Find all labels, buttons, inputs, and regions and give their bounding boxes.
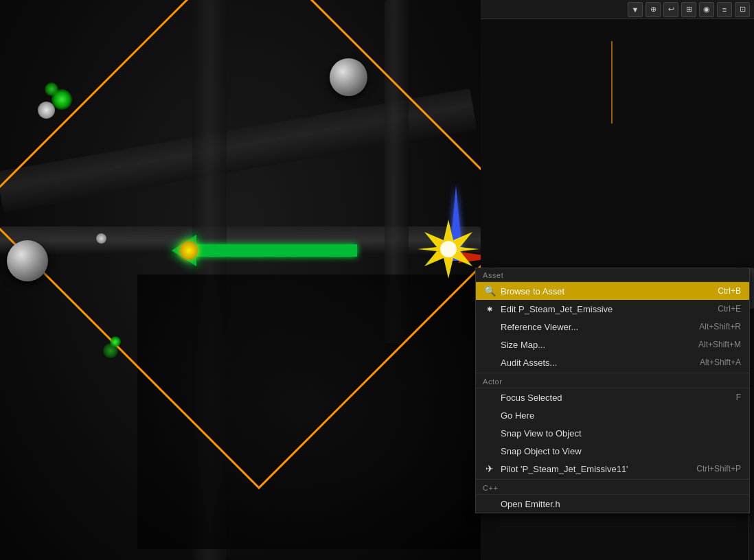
browse-icon: 🔍 [484,285,495,296]
particle-effect [45,82,58,96]
menu-item-edit-asset[interactable]: ✱ Edit P_Steam_Jet_Emissive Ctrl+E [476,300,749,318]
snap-view-icon [484,428,495,439]
sphere-object [330,58,367,96]
toolbar-button[interactable]: ⊡ [735,2,750,17]
menu-item-left: 🔍 Browse to Asset [484,285,564,296]
toolbar-button[interactable]: ▼ [628,2,643,17]
reference-icon [484,321,495,332]
menu-section-cpp: C++ [476,481,749,495]
menu-item-snap-view-to-object[interactable]: Snap View to Object [476,424,749,442]
context-menu: Asset 🔍 Browse to Asset Ctrl+B ✱ Edit P_… [475,268,750,513]
sparkle-effect [38,102,55,119]
pilot-icon: ✈ [484,463,495,474]
menu-item-left: Audit Assets... [484,357,557,368]
scene-shadow [137,275,481,549]
toolbar-button[interactable]: ↩ [663,2,678,17]
menu-item-left: ✈ Pilot 'P_Steam_Jet_Emissive11' [484,463,628,474]
menu-item-left: Snap View to Object [484,428,582,439]
go-icon [484,410,495,421]
menu-item-reference-viewer[interactable]: Reference Viewer... Alt+Shift+R [476,318,749,336]
menu-divider [476,479,749,480]
menu-item-left: Go Here [484,410,534,421]
scroll-thumb[interactable] [749,268,754,309]
menu-item-audit-assets[interactable]: Audit Assets... Alt+Shift+A [476,353,749,371]
focus-icon [484,392,495,403]
code-icon [484,498,495,509]
menu-section-asset: Asset [476,268,749,282]
menu-item-left: Focus Selected [484,392,562,403]
gizmo-starburst [418,218,479,280]
toolbar-button[interactable]: ⊕ [646,2,661,17]
audit-icon [484,357,495,368]
menu-item-left: Reference Viewer... [484,321,578,332]
menu-item-open-emitter[interactable]: Open Emitter.h [476,495,749,513]
menu-item-left: Size Map... [484,339,545,350]
menu-item-go-here[interactable]: Go Here [476,406,749,424]
edit-icon: ✱ [484,303,495,314]
menu-divider [476,373,749,373]
snap-object-icon [484,445,495,456]
sparkle-effect [96,233,106,244]
menu-item-snap-object-to-view[interactable]: Snap Object to View [476,442,749,460]
toolbar-button[interactable]: ◉ [699,2,714,17]
viewport: ▼ ⊕ ↩ ⊞ ◉ ≡ ⊡ Asset 🔍 Browse to Asset Ct… [0,0,754,560]
menu-section-actor: Actor [476,375,749,388]
particle-effect [103,343,118,358]
toolbar-button[interactable]: ⊞ [681,2,696,17]
sphere-object [7,240,48,281]
menu-item-pilot[interactable]: ✈ Pilot 'P_Steam_Jet_Emissive11' Ctrl+Sh… [476,460,749,478]
menu-item-size-map[interactable]: Size Map... Alt+Shift+M [476,336,749,353]
menu-item-browse-to-asset[interactable]: 🔍 Browse to Asset Ctrl+B [476,282,749,300]
menu-item-left: Open Emitter.h [484,498,560,509]
toolbar-button[interactable]: ≡ [717,2,732,17]
menu-item-left: Snap Object to View [484,445,582,456]
size-icon [484,339,495,350]
menu-item-focus-selected[interactable]: Focus Selected F [476,388,749,406]
toolbar-top: ▼ ⊕ ↩ ⊞ ◉ ≡ ⊡ [481,0,754,19]
svg-point-2 [440,241,457,257]
orange-accent-line [611,41,613,124]
menu-item-left: ✱ Edit P_Steam_Jet_Emissive [484,303,613,314]
